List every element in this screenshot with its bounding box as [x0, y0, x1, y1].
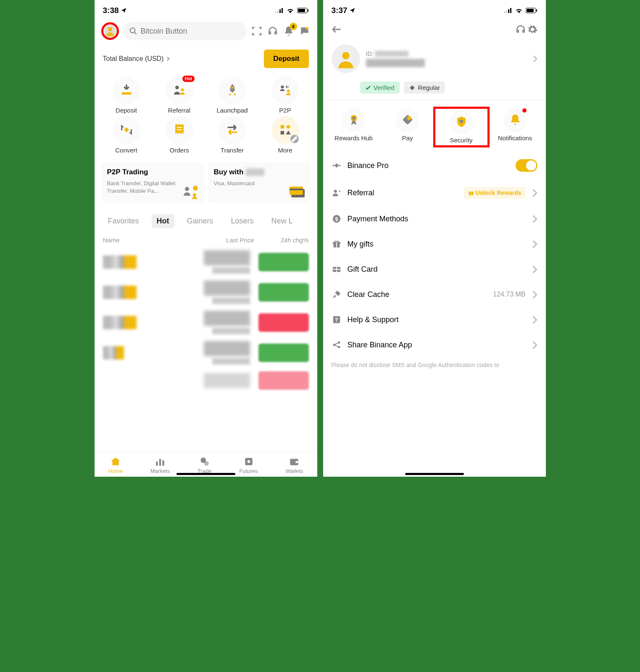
settings-list: Binance Pro Referral Unlock Rewards $ Pa… [323, 152, 546, 357]
row-my-gifts[interactable]: My gifts [332, 231, 537, 257]
svg-point-36 [247, 460, 250, 463]
nav-trade[interactable]: Trade [198, 456, 211, 474]
nav-wallets[interactable]: Wallets [285, 456, 303, 474]
nav-markets[interactable]: Markets [150, 456, 170, 474]
grid-more[interactable]: More [260, 116, 311, 154]
svg-rect-40 [506, 10, 507, 13]
market-row[interactable] [95, 277, 317, 307]
wifi-icon [515, 8, 523, 13]
status-badges: Verified Regular [323, 81, 546, 94]
grid-orders[interactable]: Orders [154, 116, 205, 154]
profile-header-row [323, 18, 546, 40]
shield-icon [455, 116, 468, 128]
location-icon [121, 7, 127, 14]
verified-badge: Verified [360, 81, 400, 94]
chevron-right-icon [532, 240, 537, 249]
svg-point-50 [352, 117, 356, 120]
scan-icon [251, 26, 262, 37]
svg-rect-3 [282, 8, 283, 13]
settings-button[interactable] [527, 24, 538, 35]
row-gift-card[interactable]: Gift Card [332, 257, 537, 282]
grid-referral[interactable]: Hot Referral [154, 76, 205, 114]
grid-p2p[interactable]: P2P [260, 76, 311, 114]
search-icon [129, 27, 137, 35]
svg-point-52 [407, 116, 411, 120]
row-help-support[interactable]: ? Help & Support [332, 307, 537, 332]
svg-rect-45 [536, 9, 537, 12]
quick-actions-grid: Deposit Hot Referral Launchpad P2P Conve… [95, 74, 317, 156]
search-input[interactable] [141, 27, 241, 36]
row-share-app[interactable]: Share Binance App [332, 332, 537, 357]
medal-icon [348, 113, 360, 126]
tab-losers[interactable]: Losers [226, 214, 259, 228]
deposit-button[interactable]: Deposit [264, 50, 308, 68]
market-row[interactable] [95, 307, 317, 338]
grid-launchpad[interactable]: Launchpad [207, 76, 258, 114]
grid-convert[interactable]: Convert [101, 116, 152, 154]
message-button[interactable] [299, 25, 311, 37]
pay-icon [401, 113, 414, 126]
tab-new[interactable]: New L [266, 214, 298, 228]
balance-label[interactable]: Total Balance (USD) [103, 55, 171, 63]
disclaimer-text: Please do not disclose SMS and Google Au… [323, 357, 546, 368]
market-row[interactable] [95, 368, 317, 393]
status-indicators [275, 8, 309, 13]
svg-line-74 [335, 343, 338, 344]
grid-deposit[interactable]: Deposit [101, 76, 152, 114]
bell-icon [509, 113, 521, 126]
support-button[interactable] [267, 25, 279, 37]
tab-hot[interactable]: Hot [152, 214, 174, 228]
svg-point-16 [287, 89, 290, 92]
nav-home[interactable]: Home [108, 456, 123, 474]
row-clear-cache[interactable]: Clear Cache 124.73 MB [332, 282, 537, 307]
location-icon [349, 7, 356, 14]
grid-transfer[interactable]: Transfer [207, 116, 258, 154]
tab-gainers[interactable]: Gainers [182, 214, 219, 228]
back-button[interactable] [331, 24, 342, 35]
buy-with-card[interactable]: Buy with Visa, Mastercard [208, 162, 311, 203]
quick-pay[interactable]: Pay [382, 108, 433, 146]
chevron-right-icon [532, 265, 537, 274]
status-bar: 3:38 [95, 0, 317, 18]
futures-icon [243, 456, 254, 467]
svg-rect-42 [510, 8, 511, 13]
p2p-icon [278, 83, 292, 97]
svg-point-57 [334, 190, 337, 193]
profile-avatar-button[interactable] [101, 22, 119, 40]
p2p-trading-card[interactable]: P2P Trading Bank Transfer, Digital Walle… [101, 162, 204, 203]
svg-rect-0 [275, 11, 277, 13]
battery-icon [526, 8, 537, 13]
profile-screen: 3:37 ID: Verified [323, 0, 546, 477]
quick-rewards-hub[interactable]: Rewards Hub [328, 108, 379, 146]
svg-point-8 [108, 27, 112, 32]
scan-button[interactable] [251, 25, 263, 37]
svg-rect-41 [508, 9, 509, 13]
svg-rect-1 [277, 10, 279, 13]
arrow-left-icon [331, 24, 342, 35]
svg-point-11 [306, 27, 308, 30]
svg-point-25 [193, 186, 198, 191]
pro-toggle[interactable] [516, 159, 537, 172]
row-payment-methods[interactable]: $ Payment Methods [332, 206, 537, 231]
svg-rect-22 [280, 131, 284, 135]
support-button[interactable] [515, 24, 527, 35]
row-referral[interactable]: Referral Unlock Rewards [332, 179, 537, 206]
quick-notifications[interactable]: Notifications [490, 108, 541, 146]
deposit-icon [119, 83, 134, 97]
notifications-button[interactable]: 4 [283, 25, 295, 37]
svg-point-9 [130, 28, 135, 33]
user-plus-icon [332, 188, 341, 197]
p2p-card-icon [183, 185, 200, 199]
row-binance-pro[interactable]: Binance Pro [332, 152, 537, 179]
profile-info-section[interactable]: ID: [323, 40, 546, 77]
svg-line-10 [134, 32, 136, 34]
tab-favorites[interactable]: Favorites [103, 214, 144, 228]
quick-security[interactable]: Security [433, 107, 490, 147]
search-bar[interactable] [123, 22, 247, 40]
market-row[interactable] [95, 338, 317, 368]
home-indicator [405, 473, 464, 475]
market-row[interactable] [95, 247, 317, 277]
nav-futures[interactable]: Futures [239, 456, 258, 474]
svg-rect-54 [334, 163, 338, 168]
promo-cards: P2P Trading Bank Transfer, Digital Walle… [95, 156, 317, 209]
